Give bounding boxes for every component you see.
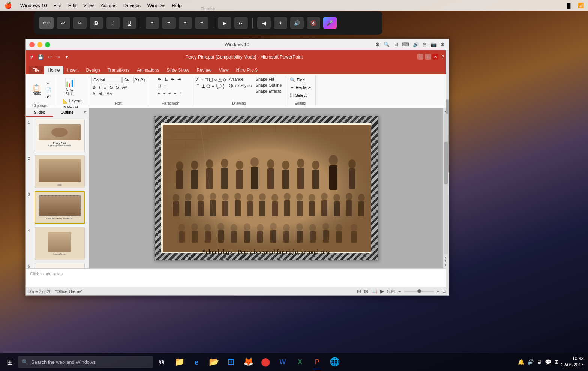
- zoom-in-button[interactable]: +: [437, 289, 439, 294]
- taskbar-app-file-manager[interactable]: 📂: [206, 354, 222, 370]
- tab-slideshow[interactable]: Slide Show: [163, 66, 193, 74]
- shape-callout-icon[interactable]: 💬: [216, 83, 222, 90]
- select-button[interactable]: ⬚ Select -: [288, 92, 313, 98]
- taskbar-app-chrome[interactable]: 🌐: [326, 354, 343, 370]
- align-left-button[interactable]: ≡: [156, 90, 161, 95]
- replace-button[interactable]: ↔ Replace: [288, 84, 313, 90]
- ppt-redo-button[interactable]: ↪: [55, 54, 62, 60]
- touchbar-underline-button[interactable]: U: [123, 17, 136, 29]
- justify-button[interactable]: ≡: [172, 90, 177, 95]
- touchbar-align-left-button[interactable]: ≡: [146, 17, 159, 29]
- normal-view-button[interactable]: ⊞: [357, 288, 361, 294]
- slide-thumbnail-5[interactable]: Percy Pink A photographic memoir: [34, 263, 85, 268]
- align-center-button[interactable]: ≡: [162, 90, 166, 95]
- touchbar-volume-button[interactable]: 🔊: [290, 17, 304, 29]
- touchbar-align-right-button[interactable]: ≡: [178, 17, 192, 29]
- shape-pentagon-icon[interactable]: ⬠: [206, 83, 210, 90]
- touchbar-back-button[interactable]: ◀: [257, 17, 271, 29]
- text-direction-button[interactable]: ↔: [178, 90, 184, 95]
- task-view-button[interactable]: ⧉: [153, 354, 170, 370]
- slide-panel-close-button[interactable]: ✕: [81, 108, 89, 117]
- font-family-dropdown[interactable]: Calibri: [92, 77, 122, 83]
- menu-item-view[interactable]: View: [83, 3, 94, 8]
- taskbar-app-powerpoint[interactable]: P: [309, 354, 326, 370]
- slide-sorter-button[interactable]: ⊠: [364, 288, 368, 294]
- shape-outline-button[interactable]: Shape Outline: [255, 83, 283, 88]
- quick-styles-button[interactable]: Quick Styles: [228, 83, 253, 88]
- new-slide-button[interactable]: 📊 NewSlide: [62, 77, 77, 98]
- ppt-undo-button[interactable]: ↩: [46, 54, 53, 60]
- font-color-button[interactable]: A: [92, 91, 96, 96]
- shape-star-icon[interactable]: ✦: [211, 83, 215, 90]
- line-spacing-button[interactable]: ↕: [163, 83, 167, 89]
- shape-freeform-icon[interactable]: ⊥: [201, 83, 206, 90]
- ppt-help-button[interactable]: ?: [440, 54, 446, 60]
- taskbar-app-firefox[interactable]: 🦊: [240, 354, 256, 370]
- slide-thumbnail-3[interactable]: School days - Percy is seated fa... Scho…: [34, 191, 85, 224]
- tab-design[interactable]: Design: [82, 66, 104, 74]
- shape-oval-icon[interactable]: ○: [214, 77, 217, 83]
- menu-item-devices[interactable]: Devices: [123, 3, 141, 8]
- fit-slide-button[interactable]: ⊡: [442, 289, 446, 294]
- font-size-decrease-button[interactable]: A↓: [140, 77, 146, 83]
- taskbar-app-red[interactable]: ⬤: [257, 354, 274, 370]
- touchbar-brightness-button[interactable]: ☀: [274, 17, 287, 29]
- zoom-thumb[interactable]: [417, 289, 421, 293]
- slide-canvas[interactable]: School days - Percy is seated far right,…: [154, 116, 379, 261]
- menu-item-actions[interactable]: Actions: [100, 3, 117, 8]
- ppt-restore-button[interactable]: □: [425, 54, 431, 60]
- ppt-save-button[interactable]: 💾: [36, 54, 45, 60]
- touchbar-esc-button[interactable]: esc: [39, 17, 54, 29]
- shape-fill-button[interactable]: Shape Fill: [255, 77, 283, 82]
- action-center-icon[interactable]: ⊞: [554, 359, 559, 365]
- copy-button[interactable]: 📄: [45, 87, 52, 93]
- menu-item-file[interactable]: File: [54, 3, 62, 8]
- bullets-button[interactable]: ≡•: [156, 77, 162, 82]
- tab-file[interactable]: File: [28, 66, 43, 74]
- touchbar-skip-button[interactable]: ⏭: [234, 17, 248, 29]
- win10-sound-icon[interactable]: 🔊: [413, 42, 419, 47]
- shape-rect-icon[interactable]: □: [205, 77, 208, 83]
- decrease-indent-button[interactable]: ⇤: [170, 77, 176, 82]
- shape-arrow-icon[interactable]: →: [199, 77, 204, 83]
- find-button[interactable]: 🔍 Find: [288, 77, 313, 83]
- taskbar-app-word[interactable]: W: [274, 354, 291, 370]
- arrange-button[interactable]: Arrange: [228, 77, 253, 82]
- shape-line-icon[interactable]: ╱: [195, 77, 199, 83]
- win10-minimize-button[interactable]: [37, 42, 42, 47]
- underline-button[interactable]: U: [102, 84, 108, 90]
- touchbar-undo-button[interactable]: ↩: [57, 17, 70, 29]
- shape-effects-button[interactable]: Shape Effects: [255, 89, 283, 94]
- slide-thumbnail-4[interactable]: A young Percy...: [34, 227, 85, 260]
- touchbar-redo-button[interactable]: ↪: [73, 17, 87, 29]
- touchbar-bold-button[interactable]: B: [90, 17, 103, 29]
- win10-prefs-icon[interactable]: ⚙: [440, 42, 445, 47]
- win10-camera-icon[interactable]: 📷: [430, 42, 436, 47]
- shadow-button[interactable]: S: [115, 84, 120, 90]
- text-highlight-button[interactable]: ab: [98, 91, 104, 96]
- apple-menu-icon[interactable]: 🍎: [4, 2, 12, 9]
- menu-item-edit[interactable]: Edit: [68, 3, 76, 8]
- tab-outline[interactable]: Outline: [53, 108, 81, 117]
- taskbar-clock[interactable]: 10:33 22/08/2017: [561, 356, 584, 368]
- align-right-button[interactable]: ≡: [167, 90, 172, 95]
- chat-icon[interactable]: 💬: [545, 359, 551, 365]
- format-painter-button[interactable]: 🖌: [45, 93, 52, 99]
- notes-area[interactable]: Click to add notes: [26, 268, 448, 287]
- shape-triangle-icon[interactable]: △: [218, 77, 222, 83]
- strikethrough-button[interactable]: S: [109, 84, 114, 90]
- touchbar-justify-button[interactable]: ≡: [195, 17, 208, 29]
- win10-retina-icon[interactable]: ⊞: [423, 42, 427, 47]
- tab-slides[interactable]: Slides: [26, 108, 53, 117]
- taskbar-app-store[interactable]: ⊞: [223, 354, 239, 370]
- win10-keyboard-icon[interactable]: ⌨: [402, 42, 409, 47]
- shape-diamond-icon[interactable]: ◇: [222, 77, 226, 83]
- tab-animations[interactable]: Animations: [133, 66, 163, 74]
- scroll-track[interactable]: [444, 114, 448, 254]
- scroll-thumb[interactable]: [444, 142, 448, 184]
- touchbar-italic-button[interactable]: I: [106, 17, 120, 29]
- main-scrollbar[interactable]: ▲ ▲ ▼ ▼: [443, 108, 448, 268]
- taskbar-app-file-explorer[interactable]: 📁: [171, 354, 188, 370]
- tab-view[interactable]: View: [215, 66, 232, 74]
- touchbar-align-center-button[interactable]: ≡: [162, 17, 176, 29]
